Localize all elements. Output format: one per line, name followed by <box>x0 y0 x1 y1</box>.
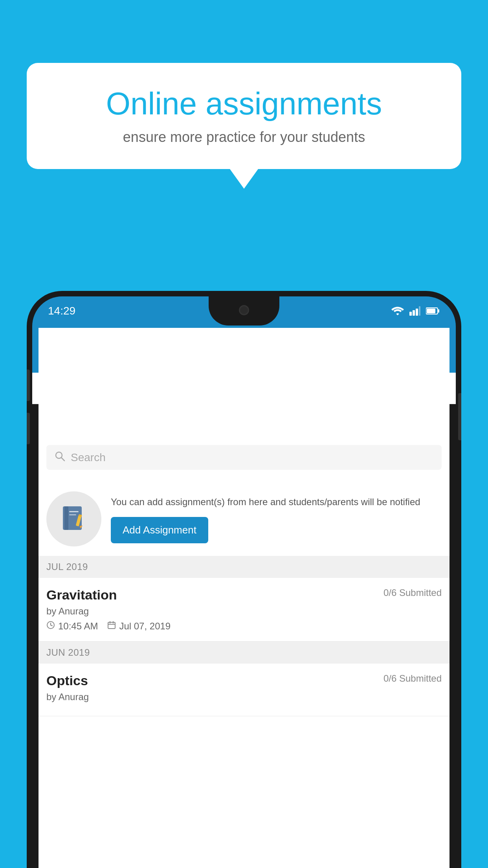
signal-icon <box>409 306 420 316</box>
svg-rect-6 <box>427 309 435 313</box>
assignment-book-icon <box>58 503 90 535</box>
speech-bubble-tail <box>230 169 258 189</box>
svg-rect-3 <box>419 306 420 316</box>
search-placeholder-text: Search <box>71 451 106 464</box>
status-time: 14:29 <box>48 305 75 317</box>
speech-bubble-subtitle: ensure more practice for your students <box>54 129 434 145</box>
svg-rect-11 <box>64 506 68 530</box>
assignment-item-header-optics: Optics 0/6 Submitted <box>46 673 442 688</box>
section-header-jun: JUN 2019 <box>39 642 449 664</box>
svg-line-9 <box>61 458 64 461</box>
assignment-icon-circle <box>46 491 101 546</box>
add-assignment-button[interactable]: Add Assignment <box>111 517 208 543</box>
assignment-meta-gravitation: 10:45 AM Jul 07, 201 <box>46 621 442 632</box>
volume-up-button[interactable] <box>27 370 30 401</box>
info-card-description: You can add assignment(s) from here and … <box>111 495 442 509</box>
battery-icon <box>426 307 440 315</box>
svg-rect-12 <box>69 511 79 512</box>
assignment-name-gravitation: Gravitation <box>46 587 117 603</box>
assignment-item-optics[interactable]: Optics 0/6 Submitted by Anurag <box>39 664 449 716</box>
wifi-icon <box>391 306 404 316</box>
svg-line-19 <box>51 625 52 626</box>
phone-inner: 14:29 <box>32 296 456 868</box>
volume-down-button[interactable] <box>27 413 30 444</box>
assignment-name-optics: Optics <box>46 673 88 688</box>
speech-bubble: Online assignments ensure more practice … <box>27 63 461 169</box>
phone-frame: 14:29 <box>27 291 461 868</box>
assignment-date-gravitation: Jul 07, 2019 <box>107 621 171 632</box>
section-header-jul: JUL 2019 <box>39 556 449 578</box>
calendar-icon <box>107 621 116 632</box>
front-camera <box>239 305 249 315</box>
info-card-content: You can add assignment(s) from here and … <box>111 495 442 543</box>
phone-screen: Search <box>39 328 449 868</box>
svg-rect-1 <box>413 310 415 316</box>
assignment-author-gravitation: by Anurag <box>46 606 442 617</box>
search-icon <box>54 451 65 464</box>
assignment-status-optics: 0/6 Submitted <box>383 673 442 684</box>
search-container: Search <box>39 439 449 476</box>
assignment-status-gravitation: 0/6 Submitted <box>383 587 442 598</box>
notch <box>209 296 279 326</box>
status-icons <box>391 306 440 316</box>
assignment-author-optics: by Anurag <box>46 691 442 702</box>
svg-rect-2 <box>416 309 418 316</box>
assignment-time-gravitation: 10:45 AM <box>46 621 98 632</box>
info-card: You can add assignment(s) from here and … <box>39 480 449 559</box>
svg-rect-5 <box>438 309 439 313</box>
svg-rect-13 <box>69 514 76 515</box>
power-button[interactable] <box>458 393 461 440</box>
content-scroll-area: JUL 2019 Gravitation 0/6 Submitted by An… <box>39 556 449 868</box>
speech-bubble-container: Online assignments ensure more practice … <box>27 63 461 189</box>
search-input-wrapper[interactable]: Search <box>46 445 442 470</box>
assignment-item-gravitation[interactable]: Gravitation 0/6 Submitted by Anurag <box>39 578 449 642</box>
gravitation-time-text: 10:45 AM <box>58 621 98 632</box>
gravitation-date-text: Jul 07, 2019 <box>119 621 171 632</box>
assignment-item-header: Gravitation 0/6 Submitted <box>46 587 442 603</box>
svg-rect-0 <box>409 312 412 316</box>
speech-bubble-title: Online assignments <box>54 86 434 121</box>
clock-icon <box>46 621 55 632</box>
svg-rect-20 <box>108 622 115 629</box>
